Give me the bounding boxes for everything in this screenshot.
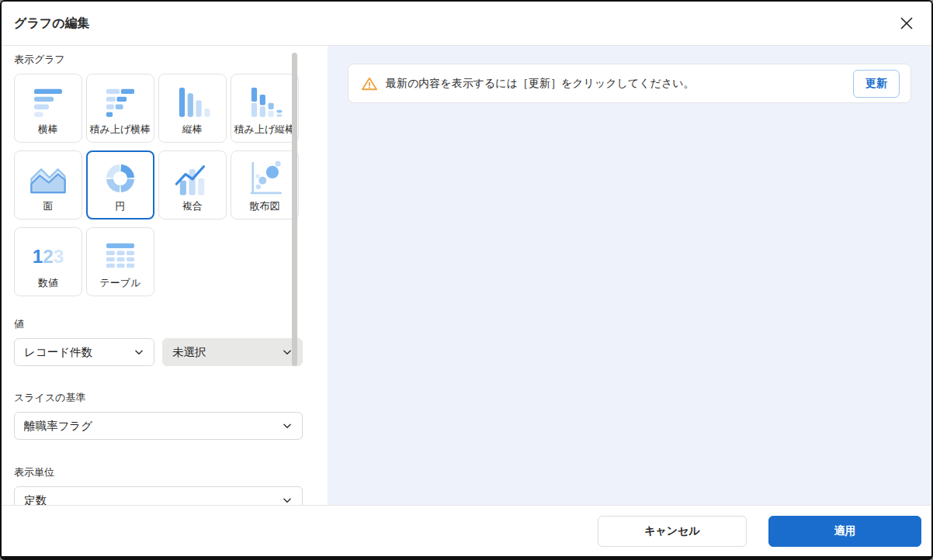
chart-type-label: 複合 <box>182 201 203 212</box>
chevron-down-icon <box>282 347 293 358</box>
scatter-chart-icon <box>241 157 289 199</box>
close-icon <box>899 16 914 31</box>
refresh-notice: 最新の内容を表示するには［更新］をクリックしてください。 更新 <box>348 64 911 103</box>
chevron-down-icon <box>282 420 293 431</box>
chart-type-tile-table[interactable]: テーブル <box>86 227 154 296</box>
dialog-body: 表示グラフ 横棒積み上げ横棒縦棒積み上げ縦棒面円複合散布図123数値テーブル 値… <box>2 46 931 505</box>
svg-text:123: 123 <box>33 246 64 267</box>
chart-type-label: 横棒 <box>38 124 58 135</box>
value-sub-select-value: 未選択 <box>172 345 277 360</box>
chart-type-tile-vbar[interactable]: 縦棒 <box>158 74 227 143</box>
chart-type-tile-combo[interactable]: 複合 <box>158 150 227 220</box>
vertical-bar-icon <box>168 81 217 123</box>
stacked-vertical-bar-icon <box>241 81 289 123</box>
chart-settings-panel: 表示グラフ 横棒積み上げ横棒縦棒積み上げ縦棒面円複合散布図123数値テーブル 値… <box>2 46 328 505</box>
chart-type-tile-hbar[interactable]: 横棒 <box>14 74 82 143</box>
chart-type-label: 積み上げ横棒 <box>90 124 151 135</box>
chart-picker-label: 表示グラフ <box>14 53 328 67</box>
chart-type-tile-scatter[interactable]: 散布図 <box>231 150 299 220</box>
apply-button[interactable]: 適用 <box>768 516 921 547</box>
unit-select[interactable]: 定数 <box>14 486 303 505</box>
chart-type-tile-stacked-vbar[interactable]: 積み上げ縦棒 <box>231 74 299 143</box>
chart-type-tile-number[interactable]: 123数値 <box>14 227 82 296</box>
cancel-button[interactable]: キャンセル <box>598 516 747 547</box>
slice-label: スライスの基準 <box>14 391 328 405</box>
chart-type-tile-area[interactable]: 面 <box>14 150 82 220</box>
number-icon: 123 <box>24 234 72 276</box>
chart-preview-panel: 最新の内容を表示するには［更新］をクリックしてください。 更新 <box>328 46 931 505</box>
chart-type-label: 面 <box>43 201 54 212</box>
chart-type-label: 円 <box>116 201 126 212</box>
chart-type-label: 数値 <box>38 278 58 289</box>
chart-type-tile-pie[interactable]: 円 <box>86 150 154 220</box>
refresh-notice-text: 最新の内容を表示するには［更新］をクリックしてください。 <box>386 77 845 91</box>
unit-select-value: 定数 <box>24 493 277 506</box>
value-sub-select[interactable]: 未選択 <box>162 338 303 366</box>
stacked-horizontal-bar-icon <box>96 81 144 123</box>
chart-type-label: 散布図 <box>250 201 280 212</box>
value-label: 値 <box>14 317 328 331</box>
dialog-footer: キャンセル 適用 <box>2 505 931 556</box>
table-icon <box>96 234 144 276</box>
chart-type-label: 縦棒 <box>182 124 203 135</box>
chart-type-label: 積み上げ縦棒 <box>234 124 296 135</box>
close-button[interactable] <box>896 12 917 34</box>
chart-type-label: テーブル <box>100 278 141 289</box>
unit-label: 表示単位 <box>14 465 328 479</box>
dialog-header: グラフの編集 <box>2 2 931 46</box>
value-select-row: レコード件数 未選択 <box>14 338 303 366</box>
warning-icon <box>361 76 378 92</box>
left-panel-scrollbar[interactable] <box>292 53 297 366</box>
dialog-title: グラフの編集 <box>14 16 90 32</box>
area-chart-icon <box>24 157 72 199</box>
slice-select[interactable]: 離職率フラグ <box>14 412 303 440</box>
horizontal-bar-icon <box>24 81 72 123</box>
value-select-value: レコード件数 <box>24 345 129 360</box>
chart-type-grid: 横棒積み上げ横棒縦棒積み上げ縦棒面円複合散布図123数値テーブル <box>14 74 303 296</box>
chart-type-tile-stacked-hbar[interactable]: 積み上げ横棒 <box>86 74 154 143</box>
chevron-down-icon <box>282 495 293 505</box>
edit-chart-dialog: グラフの編集 表示グラフ 横棒積み上げ横棒縦棒積み上げ縦棒面円複合散布図123数… <box>0 0 933 560</box>
chevron-down-icon <box>134 347 144 358</box>
combo-chart-icon <box>168 157 217 199</box>
refresh-button[interactable]: 更新 <box>853 70 900 98</box>
slice-select-value: 離職率フラグ <box>24 419 277 434</box>
value-select[interactable]: レコード件数 <box>14 338 154 366</box>
pie-chart-icon <box>96 157 144 199</box>
